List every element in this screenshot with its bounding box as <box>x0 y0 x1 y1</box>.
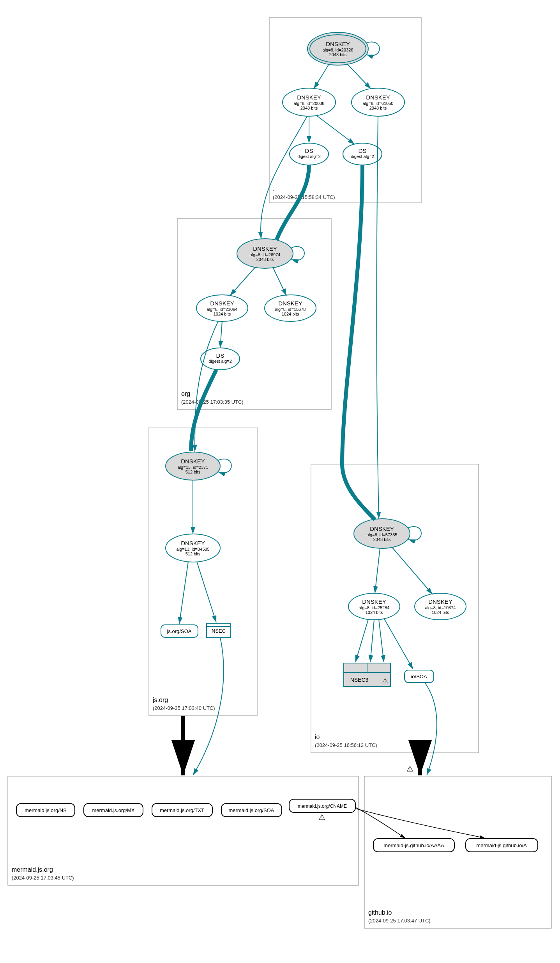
svg-text:DNSKEY: DNSKEY <box>181 458 205 465</box>
svg-text:digest alg=2: digest alg=2 <box>297 154 321 159</box>
svg-text:DS: DS <box>359 147 367 154</box>
node-jsorg-ksk[interactable]: DNSKEY alg=13, id=2371 512 bits <box>166 452 220 480</box>
zone-root: . (2024-09-25 15:58:34 UTC) DNSKEY alg=8… <box>269 18 421 203</box>
warning-icon: ⚠ <box>406 764 413 773</box>
zone-mermaidjsorg: mermaid.js.org (2024-09-25 17:03:45 UTC)… <box>8 776 359 885</box>
svg-text:digest alg=2: digest alg=2 <box>351 154 374 159</box>
node-root-zsk2[interactable]: DNSKEY alg=8, id=61050 2048 bits <box>352 88 405 116</box>
zone-githubio-label: github.io <box>368 909 392 916</box>
zone-mermaidjsorg-time: (2024-09-25 17:03:45 UTC) <box>12 875 74 881</box>
svg-text:2048 bits: 2048 bits <box>256 257 274 262</box>
svg-text:2048 bits: 2048 bits <box>300 106 318 110</box>
svg-text:mermaid.js.org/NS: mermaid.js.org/NS <box>25 807 67 813</box>
svg-text:512 bits: 512 bits <box>185 552 201 556</box>
svg-text:digest alg=2: digest alg=2 <box>208 359 232 364</box>
zone-jsorg: js.org (2024-09-25 17:03:40 UTC) DNSKEY … <box>149 427 257 716</box>
zone-githubio-time: (2024-09-25 17:03:47 UTC) <box>368 918 431 924</box>
svg-text:alg=13, id=34505: alg=13, id=34505 <box>176 547 209 552</box>
svg-text:NSEC: NSEC <box>212 628 226 634</box>
node-io-soa[interactable]: io/SOA <box>405 670 434 683</box>
node-m-soa[interactable]: mermaid.js.org/SOA <box>221 803 282 817</box>
svg-text:mermaid.js.org/CNAME: mermaid.js.org/CNAME <box>298 803 347 809</box>
svg-text:2048 bits: 2048 bits <box>329 52 347 57</box>
node-jsorg-soa[interactable]: js.org/SOA <box>161 625 198 637</box>
svg-text:2048 bits: 2048 bits <box>369 106 387 110</box>
svg-text:1024 bits: 1024 bits <box>282 312 299 316</box>
svg-text:DNSKEY: DNSKEY <box>278 300 302 307</box>
zone-jsorg-time: (2024-09-25 17:03:40 UTC) <box>153 705 215 711</box>
svg-rect-64 <box>367 663 390 672</box>
warning-icon: ⚠ <box>318 813 325 821</box>
zone-root-label: . <box>273 186 274 192</box>
svg-text:DNSKEY: DNSKEY <box>253 245 277 252</box>
svg-text:alg=8, id=20326: alg=8, id=20326 <box>323 48 353 52</box>
zone-io-time: (2024-09-25 16:56:12 UTC) <box>315 742 377 748</box>
svg-text:alg=8, id=10374: alg=8, id=10374 <box>425 605 456 610</box>
zone-mermaidjsorg-label: mermaid.js.org <box>12 866 53 873</box>
svg-text:mermaid.js.org/TXT: mermaid.js.org/TXT <box>160 807 204 813</box>
node-org-zsk1[interactable]: DNSKEY alg=8, id=23064 1024 bits <box>196 295 248 321</box>
svg-text:mermaid.js.org/MX: mermaid.js.org/MX <box>92 807 134 813</box>
svg-text:DNSKEY: DNSKEY <box>326 41 350 47</box>
zone-githubio: github.io (2024-09-25 17:03:47 UTC) merm… <box>364 776 551 928</box>
svg-text:js.org/SOA: js.org/SOA <box>167 628 192 634</box>
svg-text:io/SOA: io/SOA <box>411 674 427 679</box>
svg-text:DNSKEY: DNSKEY <box>181 540 205 546</box>
svg-text:alg=8, id=57355: alg=8, id=57355 <box>367 532 397 537</box>
svg-text:NSEC3: NSEC3 <box>350 677 369 683</box>
svg-text:mermaid.js.org/SOA: mermaid.js.org/SOA <box>228 807 274 813</box>
node-root-ds1[interactable]: DS digest alg=2 <box>290 143 329 165</box>
node-jsorg-zsk[interactable]: DNSKEY alg=13, id=34505 512 bits <box>166 534 220 562</box>
zone-io-label: io <box>315 734 320 740</box>
node-org-zsk2[interactable]: DNSKEY alg=8, id=15678 1024 bits <box>265 295 316 321</box>
node-m-ns[interactable]: mermaid.js.org/NS <box>16 803 75 817</box>
node-m-txt[interactable]: mermaid.js.org/TXT <box>152 803 212 817</box>
zone-jsorg-label: js.org <box>152 697 168 703</box>
svg-text:DNSKEY: DNSKEY <box>210 300 234 307</box>
zone-org: org (2024-09-25 17:03:35 UTC) DNSKEY alg… <box>177 218 331 410</box>
node-io-ksk[interactable]: DNSKEY alg=8, id=57355 2048 bits <box>354 519 410 548</box>
node-root-ds2[interactable]: DS digest alg=2 <box>343 143 382 165</box>
svg-text:1024 bits: 1024 bits <box>432 610 449 615</box>
svg-text:DS: DS <box>216 352 224 359</box>
svg-text:mermaid-js.github.io/A: mermaid-js.github.io/A <box>476 842 527 848</box>
svg-text:2048 bits: 2048 bits <box>373 537 391 542</box>
zone-org-time: (2024-09-25 17:03:35 UTC) <box>181 399 244 405</box>
svg-rect-69 <box>8 776 359 885</box>
zone-org-label: org <box>181 390 190 397</box>
svg-text:1024 bits: 1024 bits <box>214 312 231 316</box>
svg-text:alg=8, id=15678: alg=8, id=15678 <box>275 307 306 312</box>
node-root-zsk1[interactable]: DNSKEY alg=8, id=20038 2048 bits <box>283 88 336 116</box>
node-io-nsec3[interactable]: NSEC3 ⚠ <box>344 663 390 686</box>
node-jsorg-nsec[interactable]: NSEC <box>207 623 231 637</box>
node-m-mx[interactable]: mermaid.js.org/MX <box>84 803 143 817</box>
node-io-zsk1[interactable]: DNSKEY alg=8, id=25284 1024 bits <box>348 593 400 620</box>
svg-text:alg=8, id=23064: alg=8, id=23064 <box>207 307 238 312</box>
node-root-ksk[interactable]: DNSKEY alg=8, id=20326 2048 bits <box>307 32 368 65</box>
zone-io: io (2024-09-25 16:56:12 UTC) DNSKEY alg=… <box>311 464 479 753</box>
svg-text:alg=8, id=26974: alg=8, id=26974 <box>250 252 281 257</box>
svg-text:DNSKEY: DNSKEY <box>370 525 394 532</box>
svg-text:DS: DS <box>305 147 313 154</box>
svg-text:DNSKEY: DNSKEY <box>297 94 321 101</box>
svg-text:1024 bits: 1024 bits <box>366 610 383 615</box>
svg-rect-63 <box>344 663 367 672</box>
edge-delegation <box>342 165 362 464</box>
svg-text:DNSKEY: DNSKEY <box>428 598 452 605</box>
svg-text:512 bits: 512 bits <box>185 470 201 474</box>
warning-icon: ⚠ <box>382 677 388 685</box>
zone-root-time: (2024-09-25 15:58:34 UTC) <box>273 194 335 200</box>
node-org-ksk[interactable]: DNSKEY alg=8, id=26974 2048 bits <box>237 239 293 268</box>
svg-text:DNSKEY: DNSKEY <box>362 598 386 605</box>
node-gh-a[interactable]: mermaid-js.github.io/A <box>466 839 538 852</box>
node-io-zsk2[interactable]: DNSKEY alg=8, id=10374 1024 bits <box>415 593 466 620</box>
svg-text:alg=13, id=2371: alg=13, id=2371 <box>178 465 208 470</box>
svg-text:alg=8, id=61050: alg=8, id=61050 <box>363 101 394 106</box>
svg-text:mermaid-js.github.io/AAAA: mermaid-js.github.io/AAAA <box>383 842 444 848</box>
svg-text:alg=8, id=25284: alg=8, id=25284 <box>359 605 390 610</box>
svg-text:alg=8, id=20038: alg=8, id=20038 <box>294 101 325 106</box>
svg-text:DNSKEY: DNSKEY <box>366 94 390 101</box>
node-gh-aaaa[interactable]: mermaid-js.github.io/AAAA <box>373 839 454 852</box>
